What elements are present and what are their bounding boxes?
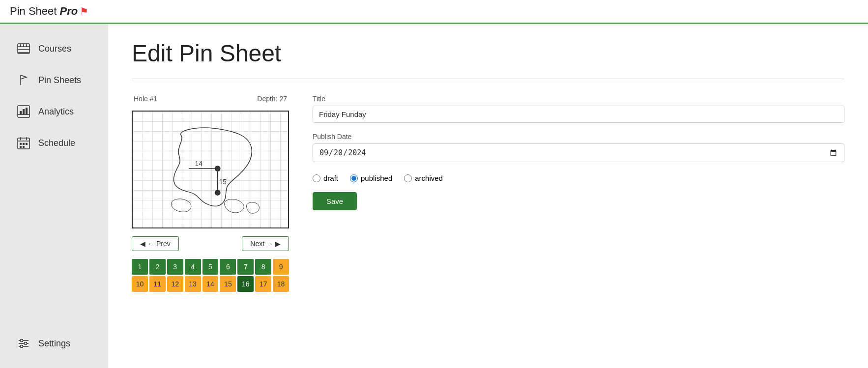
form-section: Title Publish Date draft published bbox=[313, 95, 844, 210]
sidebar-label-analytics: Analytics bbox=[38, 107, 74, 117]
svg-rect-10 bbox=[20, 111, 22, 114]
prev-button[interactable]: ◀ ← Prev bbox=[132, 236, 179, 251]
hole-cell-17[interactable]: 17 bbox=[255, 276, 271, 292]
hole-cell-5[interactable]: 5 bbox=[203, 259, 219, 275]
main-content: Edit Pin Sheet Hole #1 Depth: 27 bbox=[108, 24, 868, 368]
publish-date-label: Publish Date bbox=[313, 133, 844, 141]
svg-text:15: 15 bbox=[219, 178, 227, 186]
courses-icon bbox=[16, 41, 31, 57]
sidebar-item-pin-sheets[interactable]: Pin Sheets bbox=[4, 65, 104, 95]
diagram-header: Hole #1 Depth: 27 bbox=[132, 95, 289, 103]
diagram-canvas: 14 15 bbox=[132, 111, 289, 228]
next-label: Next → bbox=[250, 240, 273, 248]
schedule-icon bbox=[16, 135, 31, 151]
sidebar-item-courses[interactable]: Courses bbox=[4, 34, 104, 63]
hole-cell-16[interactable]: 16 bbox=[237, 276, 254, 292]
app-title-italic: Pro bbox=[60, 5, 78, 17]
diagram-section: Hole #1 Depth: 27 bbox=[132, 95, 289, 292]
divider bbox=[132, 79, 844, 79]
holes-grid: 1 2 3 4 5 6 7 8 9 10 11 12 13 14 15 16 1 bbox=[132, 259, 289, 292]
next-button[interactable]: Next → ▶ bbox=[242, 236, 289, 251]
prev-icon: ◀ bbox=[140, 240, 145, 248]
svg-point-20 bbox=[20, 146, 22, 148]
hole-cell-8[interactable]: 8 bbox=[255, 259, 271, 275]
hole-cell-18[interactable]: 18 bbox=[273, 276, 289, 292]
radio-published[interactable] bbox=[350, 174, 358, 182]
sidebar-item-schedule[interactable]: Schedule bbox=[4, 128, 104, 158]
radio-label-archived[interactable]: archived bbox=[404, 174, 443, 182]
svg-point-19 bbox=[26, 143, 28, 145]
hole-cell-15[interactable]: 15 bbox=[220, 276, 236, 292]
depth-label: Depth: 27 bbox=[257, 95, 287, 103]
sidebar-label-courses: Courses bbox=[38, 44, 71, 54]
page-title: Edit Pin Sheet bbox=[132, 40, 844, 67]
sidebar-item-analytics[interactable]: Analytics bbox=[4, 97, 104, 126]
hole-label: Hole #1 bbox=[134, 95, 157, 103]
hole-cell-1[interactable]: 1 bbox=[132, 259, 148, 275]
app-title: Pin Sheet Pro⚑ bbox=[10, 5, 88, 18]
hole-cell-2[interactable]: 2 bbox=[149, 259, 166, 275]
hole-cell-11[interactable]: 11 bbox=[149, 276, 166, 292]
svg-rect-12 bbox=[26, 108, 28, 114]
content-area: Hole #1 Depth: 27 bbox=[132, 95, 844, 292]
app-title-text: Pin Sheet bbox=[10, 5, 60, 17]
settings-icon bbox=[16, 336, 31, 351]
radio-published-label: published bbox=[361, 174, 392, 182]
svg-point-21 bbox=[23, 146, 25, 148]
sidebar-label-settings: Settings bbox=[38, 339, 70, 349]
status-radio-group: draft published archived bbox=[313, 174, 844, 182]
hole-cell-10[interactable]: 10 bbox=[132, 276, 148, 292]
top-bar: Pin Sheet Pro⚑ bbox=[0, 0, 868, 24]
svg-point-27 bbox=[21, 345, 23, 348]
hole-cell-9[interactable]: 9 bbox=[273, 259, 289, 275]
hole-cell-4[interactable]: 4 bbox=[185, 259, 201, 275]
analytics-icon bbox=[16, 104, 31, 119]
hole-cell-3[interactable]: 3 bbox=[167, 259, 183, 275]
svg-point-33 bbox=[215, 166, 221, 171]
hole-cell-13[interactable]: 13 bbox=[185, 276, 201, 292]
svg-point-25 bbox=[21, 340, 23, 342]
diagram-nav: ◀ ← Prev Next → ▶ bbox=[132, 236, 289, 251]
svg-text:14: 14 bbox=[195, 160, 203, 168]
hole-cell-14[interactable]: 14 bbox=[203, 276, 219, 292]
svg-rect-11 bbox=[23, 109, 25, 114]
prev-label: ← Prev bbox=[147, 240, 171, 248]
hole-cell-12[interactable]: 12 bbox=[167, 276, 183, 292]
svg-rect-28 bbox=[133, 112, 288, 227]
flag-icon: ⚑ bbox=[80, 6, 88, 17]
svg-point-17 bbox=[20, 143, 22, 145]
svg-point-34 bbox=[215, 190, 221, 196]
radio-draft[interactable] bbox=[313, 174, 320, 182]
publish-date-input[interactable] bbox=[313, 143, 844, 162]
title-label: Title bbox=[313, 95, 844, 103]
save-button[interactable]: Save bbox=[313, 192, 357, 210]
svg-point-18 bbox=[23, 143, 25, 145]
hole-cell-6[interactable]: 6 bbox=[220, 259, 236, 275]
publish-date-form-group: Publish Date bbox=[313, 133, 844, 162]
radio-archived[interactable] bbox=[404, 174, 412, 182]
sidebar-label-schedule: Schedule bbox=[38, 138, 75, 148]
title-form-group: Title bbox=[313, 95, 844, 123]
pin-sheets-icon bbox=[16, 72, 31, 88]
sidebar: Courses Pin Sheets Analyt bbox=[0, 24, 108, 368]
sidebar-item-settings[interactable]: Settings bbox=[4, 329, 104, 358]
radio-draft-label: draft bbox=[323, 174, 338, 182]
title-input[interactable] bbox=[313, 106, 844, 123]
radio-archived-label: archived bbox=[415, 174, 443, 182]
radio-label-draft[interactable]: draft bbox=[313, 174, 338, 182]
hole-cell-7[interactable]: 7 bbox=[237, 259, 254, 275]
next-icon: ▶ bbox=[275, 240, 281, 248]
app-layout: Courses Pin Sheets Analyt bbox=[0, 24, 868, 368]
radio-label-published[interactable]: published bbox=[350, 174, 392, 182]
svg-point-26 bbox=[25, 342, 27, 345]
sidebar-label-pin-sheets: Pin Sheets bbox=[38, 75, 81, 85]
